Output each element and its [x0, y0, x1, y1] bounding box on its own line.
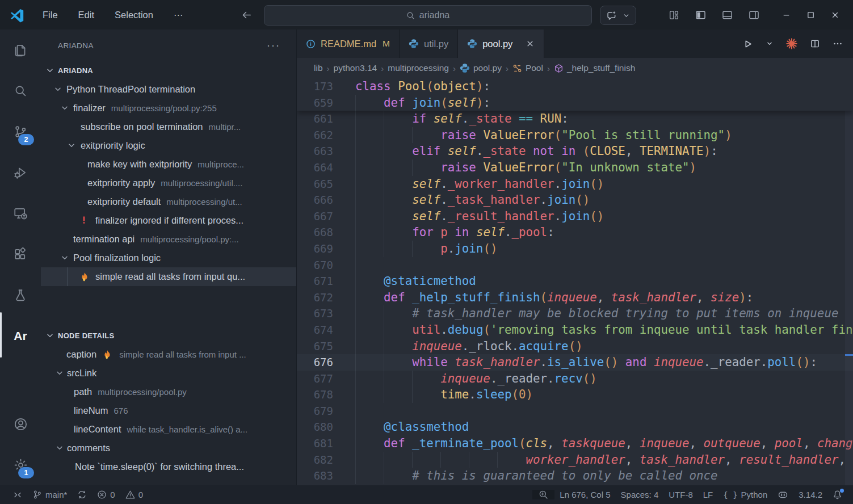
code-editor[interactable]: 173class Pool(object):659 def join(self)… — [297, 78, 853, 485]
branch-item[interactable]: main* — [27, 490, 72, 499]
sidebar-more-actions[interactable]: ··· — [267, 40, 280, 52]
nav-back-button[interactable] — [241, 9, 253, 21]
line-number: 677 — [297, 371, 333, 387]
breadcrumb-item-pool.py[interactable]: pool.py — [460, 63, 502, 73]
tree-item[interactable]: comments — [41, 439, 296, 457]
tree-item[interactable]: Pool finalization logic — [41, 249, 296, 267]
activity-item-explorer[interactable] — [0, 30, 41, 70]
split-editor-button[interactable] — [810, 39, 820, 49]
breadcrumb-item-_help_stuff_finish[interactable]: _help_stuff_finish — [554, 63, 635, 73]
line-number: 679 — [297, 403, 333, 419]
breadcrumb-item-multiprocessing[interactable]: multiprocessing — [388, 63, 449, 73]
copilot-status[interactable] — [772, 489, 793, 500]
section-title: ARIADNA — [58, 66, 93, 75]
zoom-item[interactable] — [532, 490, 554, 499]
menu-item-selection[interactable]: Selection — [107, 7, 161, 23]
python-icon — [467, 39, 477, 49]
tree-item-label: Note `time.sleep(0)` for switching threa… — [75, 461, 244, 472]
activity-item-account[interactable] — [0, 404, 41, 444]
copilot-chat-button[interactable] — [600, 6, 636, 25]
activity-item-testing[interactable] — [0, 275, 41, 316]
line-content: util.debug('removing tasks from inqueue … — [355, 322, 853, 338]
extension-action-button[interactable] — [786, 38, 797, 49]
breadcrumb-item-python3.14[interactable]: python3.14 — [334, 63, 377, 73]
tree-item[interactable]: exitpriority logic — [41, 136, 296, 155]
tree-item[interactable]: simple read all tasks from input qu... — [41, 267, 296, 286]
toggle-panel-icon[interactable] — [717, 6, 737, 24]
tree-item[interactable]: pathmultiprocessing/pool.py — [41, 383, 296, 401]
warnings-item[interactable]: 0 — [120, 490, 148, 499]
activity-item-ariadna[interactable]: Ar — [0, 316, 41, 356]
tab-close-icon[interactable] — [526, 39, 535, 48]
activity-item-scm[interactable]: 2 — [0, 111, 41, 152]
tree-item[interactable]: srcLink — [41, 364, 296, 383]
window-maximize-button[interactable] — [801, 7, 821, 23]
window-close-button[interactable] — [825, 7, 845, 23]
tree-item[interactable]: Note `time.sleep(0)` for switching threa… — [41, 457, 296, 476]
activity-item-search[interactable] — [0, 70, 41, 111]
remote-indicator[interactable] — [8, 490, 27, 499]
activity-item-gear[interactable]: 1 — [0, 444, 41, 485]
line-content: raise ValueError("In unknown state") — [355, 159, 853, 176]
sticky-scroll: 173class Pool(object):659 def join(self)… — [297, 78, 853, 111]
tree-item[interactable]: captionsimple read all tasks from input … — [41, 345, 296, 364]
customize-layout-icon[interactable] — [664, 6, 684, 24]
section-header-node-details[interactable]: NODE DETAILS — [41, 326, 296, 345]
code-line-676: 676 while task_handler.is_alive() and in… — [297, 354, 853, 371]
line-content: if self._state == RUN: — [355, 111, 853, 127]
language-mode[interactable]: { }Python — [718, 490, 772, 499]
line-content: raise ValueError("Pool is still running"… — [355, 127, 853, 144]
tab-readme-md[interactable]: README.mdM — [297, 30, 400, 58]
menu-more-button[interactable]: ··· — [166, 7, 191, 23]
tab-pool-py[interactable]: pool.py — [458, 30, 544, 58]
code-line-173: 173class Pool(object): — [297, 78, 853, 95]
line-content: def _help_stuff_finish(inqueue, task_han… — [355, 289, 853, 306]
tree-item[interactable]: finalizermultiprocessing/pool.py:255 — [41, 99, 296, 117]
tree-item[interactable]: make key with exitprioritymultiproce... — [41, 155, 296, 174]
tree-item[interactable]: lineContentwhile task_handler.is_alive()… — [41, 420, 296, 439]
python-version[interactable]: 3.14.2 — [793, 490, 827, 499]
eol[interactable]: LF — [698, 490, 718, 499]
scrollbar[interactable] — [845, 78, 853, 485]
errors-item[interactable]: 0 — [92, 490, 120, 499]
breadcrumb-item-pool[interactable]: Pool — [512, 63, 543, 73]
breadcrumb-separator: › — [506, 64, 509, 73]
tree-item-label: simple read all tasks from input qu... — [95, 271, 245, 282]
line-content: for p in self._pool: — [355, 224, 853, 241]
editor-more-actions[interactable] — [833, 39, 843, 49]
command-center-search[interactable]: ariadna — [264, 5, 592, 26]
tree-item[interactable]: subscribe on pool terminationmultipr... — [41, 117, 296, 136]
tree-item[interactable]: lineNum676 — [41, 401, 296, 420]
tree-item[interactable]: termination apimultiprocessing/pool.py:.… — [41, 230, 296, 249]
tree-item[interactable]: finalizer ignored if different proces... — [41, 211, 296, 230]
activity-item-debug[interactable] — [0, 152, 41, 193]
titlebar: FileEditSelection··· ariadna — [0, 0, 853, 30]
encoding[interactable]: UTF-8 — [663, 490, 698, 499]
sync-item[interactable] — [72, 490, 92, 499]
menu-item-edit[interactable]: Edit — [70, 7, 102, 23]
window-minimize-button[interactable] — [776, 7, 796, 23]
activity-item-extensions[interactable] — [0, 234, 41, 275]
breadcrumb-separator: › — [453, 64, 456, 73]
tree-item[interactable]: Python ThreadPool termination — [41, 80, 296, 99]
line-number: 661 — [297, 111, 333, 127]
breadcrumb-item-lib[interactable]: lib — [314, 63, 323, 73]
tab-util-py[interactable]: util.py — [400, 30, 458, 58]
toggle-secondary-sidebar-icon[interactable] — [744, 6, 764, 24]
exclaim-icon — [79, 216, 89, 225]
section-header-ariadna[interactable]: ARIADNA — [41, 61, 296, 80]
cursor-position[interactable]: Ln 676, Col 5 — [554, 490, 615, 499]
line-content: inqueue._rlock.acquire() — [355, 338, 853, 355]
run-dropdown[interactable] — [766, 40, 774, 48]
menu-item-file[interactable]: File — [35, 7, 66, 23]
tree-item[interactable]: exitpriority defaultmultiprocessing/ut..… — [41, 192, 296, 211]
tree-item[interactable]: exitpriority applymultiprocessing/util..… — [41, 174, 296, 192]
run-button[interactable] — [742, 39, 753, 49]
notifications-bell[interactable] — [827, 490, 847, 499]
code-line-680: 680 @classmethod — [297, 419, 853, 435]
indentation[interactable]: Spaces: 4 — [616, 490, 664, 499]
python-icon — [460, 63, 470, 73]
activity-item-remote[interactable] — [0, 193, 41, 234]
toggle-primary-sidebar-icon[interactable] — [691, 6, 711, 24]
breadcrumb-label: Pool — [526, 63, 543, 73]
